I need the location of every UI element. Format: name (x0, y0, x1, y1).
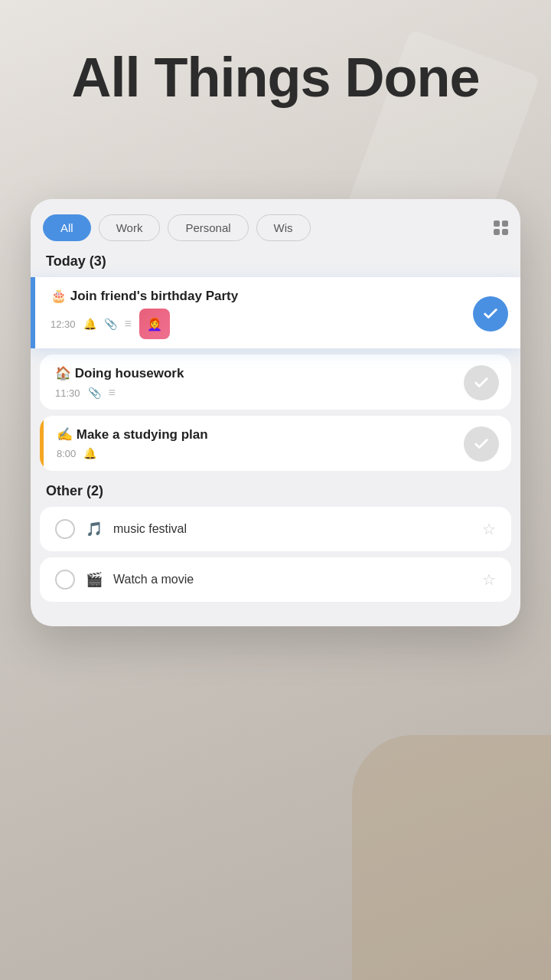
task-1-thumbnail: 👩‍🦰 (139, 309, 170, 339)
other-2-emoji: 🎬 (86, 571, 103, 588)
bell-icon-3: 🔔 (83, 447, 96, 459)
task-1-time: 12:30 (51, 318, 76, 330)
task-3-time: 8:00 (57, 448, 76, 459)
filter-tab-all[interactable]: All (43, 214, 91, 241)
task-1-emoji: 🎂 (51, 289, 67, 303)
task-1-check-button[interactable] (473, 296, 508, 332)
task-2-title: 🏠 Doing housework (55, 365, 456, 381)
list-icon: ≡ (125, 317, 132, 331)
other-1-emoji: 🎵 (86, 521, 103, 537)
list-icon-2: ≡ (109, 386, 116, 400)
task-2-check-button[interactable] (464, 365, 499, 400)
other-item-2: 🎬 Watch a movie ☆ (40, 557, 511, 602)
task-2-time: 11:30 (55, 387, 80, 399)
app-title: All Things Done (0, 46, 551, 109)
task-item-2: 🏠 Doing housework 11:30 📎 ≡ (40, 354, 511, 410)
other-2-label: Watch a movie (113, 573, 471, 586)
grid-view-icon[interactable] (494, 220, 508, 235)
clip-icon-2: 📎 (88, 387, 101, 399)
task-item-3: ✍️ Make a studying plan 8:00 🔔 (40, 416, 511, 471)
task-1-title: 🎂 Join friend's birthday Party (51, 288, 465, 304)
filter-row: All Work Personal Wis (31, 199, 520, 250)
task-3-title: ✍️ Make a studying plan (57, 426, 456, 443)
filter-tab-personal[interactable]: Personal (168, 214, 248, 241)
task-item-1: 🎂 Join friend's birthday Party 12:30 🔔 📎… (31, 277, 520, 348)
other-section-heading: Other (2) (31, 480, 520, 507)
main-card: All Work Personal Wis Today (3) 🎂 Join f… (31, 199, 520, 626)
today-section-heading: Today (3) (31, 250, 520, 277)
filter-tab-wis[interactable]: Wis (256, 214, 311, 241)
other-2-star[interactable]: ☆ (482, 570, 496, 589)
filter-tab-work[interactable]: Work (99, 214, 161, 241)
other-item-1: 🎵 music festival ☆ (40, 507, 511, 551)
bell-icon: 🔔 (83, 318, 96, 330)
other-2-check[interactable] (55, 570, 75, 590)
clip-icon: 📎 (104, 318, 117, 330)
other-1-star[interactable]: ☆ (482, 520, 496, 538)
task-3-emoji: ✍️ (57, 427, 73, 442)
other-1-label: music festival (113, 522, 471, 536)
other-1-check[interactable] (55, 519, 75, 539)
task-3-check-button[interactable] (464, 426, 499, 462)
task-2-emoji: 🏠 (55, 366, 71, 381)
